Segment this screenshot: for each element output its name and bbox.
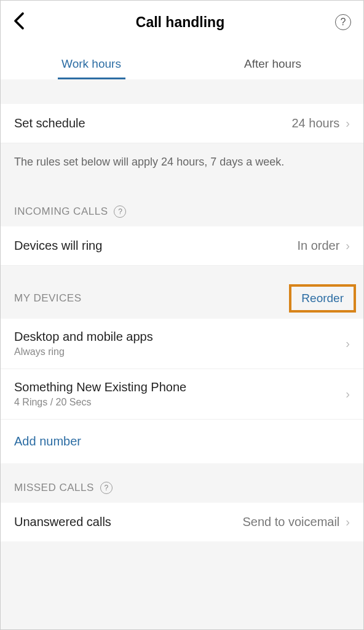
missed-help-icon[interactable]: ? <box>100 482 113 494</box>
set-schedule-row[interactable]: Set schedule 24 hours › <box>1 104 363 143</box>
schedule-info-text: The rules set below will apply 24 hours,… <box>1 143 363 181</box>
chevron-right-icon: › <box>346 116 350 130</box>
my-devices-header: MY DEVICES Reorder <box>1 266 363 319</box>
back-button[interactable] <box>13 12 25 33</box>
unanswered-calls-row[interactable]: Unanswered calls Send to voicemail › <box>1 503 363 541</box>
incoming-help-icon[interactable]: ? <box>114 205 126 218</box>
set-schedule-label: Set schedule <box>14 116 85 130</box>
missed-calls-header: MISSED CALLS ? <box>1 463 363 503</box>
incoming-calls-header: INCOMING CALLS ? <box>1 181 363 226</box>
tab-after-hours[interactable]: After hours <box>182 51 363 79</box>
tab-work-hours[interactable]: Work hours <box>1 51 182 79</box>
tabs: Work hours After hours <box>1 39 363 79</box>
chevron-right-icon: › <box>346 515 350 529</box>
devices-will-ring-value: In order <box>297 239 339 253</box>
device-title: Something New Existing Phone <box>14 380 186 394</box>
chevron-right-icon: › <box>346 337 350 351</box>
device-title: Desktop and mobile apps <box>14 330 153 344</box>
device-row[interactable]: Something New Existing Phone 4 Rings / 2… <box>1 369 363 420</box>
chevron-right-icon: › <box>346 239 350 253</box>
device-subtitle: Always ring <box>14 346 153 357</box>
reorder-button[interactable]: Reorder <box>289 284 356 313</box>
add-number-button[interactable]: Add number <box>1 420 363 463</box>
incoming-calls-title: INCOMING CALLS <box>14 205 108 218</box>
device-row[interactable]: Desktop and mobile apps Always ring › <box>1 319 363 369</box>
my-devices-title: MY DEVICES <box>14 292 82 305</box>
missed-calls-title: MISSED CALLS <box>14 482 94 494</box>
set-schedule-value: 24 hours <box>291 116 339 130</box>
page-title: Call handling <box>136 14 224 31</box>
unanswered-calls-label: Unanswered calls <box>14 515 111 529</box>
unanswered-calls-value: Send to voicemail <box>242 515 339 529</box>
device-subtitle: 4 Rings / 20 Secs <box>14 397 186 408</box>
devices-will-ring-row[interactable]: Devices will ring In order › <box>1 226 363 266</box>
devices-will-ring-label: Devices will ring <box>14 239 102 253</box>
chevron-right-icon: › <box>346 387 350 401</box>
help-icon[interactable]: ? <box>335 14 351 30</box>
reorder-label: Reorder <box>301 292 344 305</box>
